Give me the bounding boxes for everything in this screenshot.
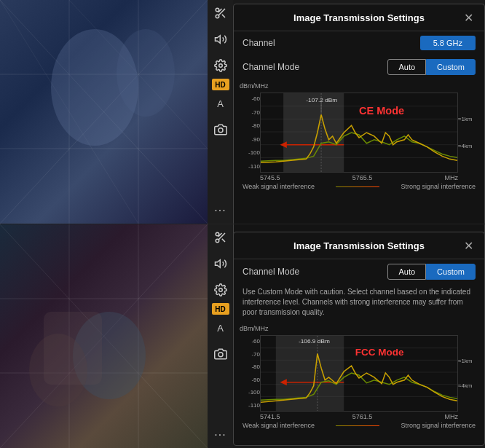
- y-tick-bot-4: -90: [240, 377, 260, 383]
- auto-button-top[interactable]: Auto: [387, 59, 426, 75]
- more-icon-bottom[interactable]: ···: [210, 425, 231, 445]
- channel-label: Channel: [242, 38, 275, 48]
- side-toolbar-top: HD A ···: [208, 0, 233, 224]
- svg-text:CE Mode: CE Mode: [359, 106, 404, 117]
- grid-overlay-bottom: [0, 224, 208, 448]
- scissors-icon[interactable]: [210, 3, 231, 23]
- chart-area-bottom: dBm/MHz -60 -70 -80 -90 -100 -110: [234, 322, 484, 433]
- svg-point-40: [216, 239, 219, 243]
- y-tick-bot-1: -60: [240, 338, 260, 345]
- panel-title-bottom: Image Transmission Settings: [257, 240, 461, 251]
- channel-mode-label-bottom: Channel Mode: [242, 267, 299, 277]
- signal-chart-top: CE Mode -107.2 dBm: [260, 93, 458, 173]
- channel-mode-row-bottom: Channel Mode Auto Custom: [234, 259, 484, 284]
- svg-point-16: [218, 64, 222, 68]
- y-tick-bot-6: -110: [240, 402, 260, 409]
- svg-point-11: [216, 15, 219, 18]
- settings-panel-bottom: Image Transmission Settings ✕ Channel Mo…: [233, 232, 485, 446]
- camera-view-top: [0, 0, 208, 224]
- x-label-top-1: 5745.5: [260, 174, 280, 181]
- more-icon-top[interactable]: ···: [210, 200, 231, 221]
- gear-icon-bottom[interactable]: [210, 280, 231, 300]
- channel-row: Channel 5.8 GHz: [234, 31, 484, 55]
- legend-bottom: Weak signal interference Strong signal i…: [240, 420, 478, 431]
- y-tick-top-5: -100: [240, 149, 260, 156]
- x-label-top-2: 5765.5: [352, 174, 373, 181]
- legend-strong-bottom: Strong signal interference: [401, 422, 476, 429]
- x-unit-bottom: MHz: [445, 413, 459, 420]
- hd-badge[interactable]: HD: [212, 79, 229, 90]
- channel-mode-buttons-top: Auto Custom: [387, 59, 476, 75]
- signal-chart-bottom: FCC Mode -106.9 dBm: [260, 335, 458, 412]
- svg-rect-38: [44, 312, 102, 385]
- y-tick-top-2: -70: [240, 109, 260, 116]
- y-label-top: dBm/MHz: [240, 82, 269, 90]
- font-icon-bottom[interactable]: A: [210, 318, 231, 338]
- grid-overlay-top: [0, 0, 208, 224]
- warning-text: Use Custom Mode with caution. Select cha…: [234, 284, 484, 322]
- panel-header-top: Image Transmission Settings ✕: [234, 4, 484, 31]
- legend-gradient-top: [336, 186, 379, 187]
- svg-point-39: [216, 232, 219, 236]
- range-4km-top: ≈4km: [458, 143, 478, 149]
- range-1km-top: ≈1km: [458, 116, 478, 122]
- y-tick-top-1: -60: [240, 95, 260, 102]
- panel-title-top: Image Transmission Settings: [257, 12, 461, 23]
- gear-icon[interactable]: [210, 55, 231, 76]
- font-icon[interactable]: A: [210, 93, 231, 114]
- speaker-icon[interactable]: [210, 29, 231, 50]
- y-tick-bot-5: -100: [240, 389, 260, 396]
- legend-gradient-bottom: [336, 425, 379, 426]
- svg-point-45: [218, 288, 222, 292]
- legend-strong-top: Strong signal interference: [401, 183, 476, 190]
- x-label-bot-1: 5741.5: [260, 413, 280, 420]
- y-tick-top-6: -110: [240, 163, 260, 170]
- close-button-top[interactable]: ✕: [461, 10, 476, 25]
- close-button-bottom[interactable]: ✕: [461, 238, 476, 253]
- range-4km-bottom: ≈4km: [458, 382, 478, 389]
- channel-mode-row-top: Channel Mode Auto Custom: [234, 55, 484, 79]
- x-label-bot-2: 5761.5: [352, 413, 373, 420]
- svg-point-10: [216, 8, 219, 12]
- channel-mode-buttons-bottom: Auto Custom: [387, 264, 476, 280]
- svg-text:-106.9 dBm: -106.9 dBm: [299, 338, 330, 345]
- legend-weak-bottom: Weak signal interference: [242, 422, 315, 429]
- custom-button-top[interactable]: Custom: [426, 59, 476, 75]
- svg-point-46: [218, 353, 223, 357]
- legend-top: Weak signal interference Strong signal i…: [240, 181, 478, 192]
- range-1km-bottom: ≈1km: [458, 358, 478, 364]
- speaker-icon-bottom[interactable]: [210, 254, 231, 274]
- channel-value: 5.8 GHz: [420, 36, 476, 50]
- camera-icon-bottom[interactable]: [210, 344, 231, 364]
- svg-text:-107.2 dBm: -107.2 dBm: [306, 97, 337, 103]
- y-tick-bot-3: -80: [240, 363, 260, 370]
- svg-text:FCC Mode: FCC Mode: [355, 347, 404, 358]
- side-toolbar-bottom: HD A ···: [208, 224, 233, 448]
- hd-badge-bottom[interactable]: HD: [212, 303, 229, 315]
- y-label-bottom: dBm/MHz: [240, 325, 269, 332]
- custom-button-bottom[interactable]: Custom: [426, 264, 476, 280]
- camera-view-bottom: [0, 224, 208, 448]
- svg-marker-44: [215, 260, 220, 268]
- scissors-icon-bottom[interactable]: [210, 227, 231, 248]
- y-tick-top-3: -80: [240, 122, 260, 129]
- svg-marker-15: [215, 36, 220, 44]
- svg-line-13: [221, 15, 224, 17]
- panel-header-bottom: Image Transmission Settings ✕: [234, 232, 484, 259]
- channel-mode-label-top: Channel Mode: [242, 62, 299, 72]
- y-tick-bot-2: -70: [240, 351, 260, 358]
- x-unit-top: MHz: [445, 174, 459, 181]
- svg-point-9: [117, 29, 175, 117]
- y-tick-top-4: -90: [240, 136, 260, 143]
- svg-line-42: [221, 239, 224, 242]
- chart-area-top: dBm/MHz -60 -70 -80 -90 -100 -110: [234, 79, 484, 194]
- legend-weak-top: Weak signal interference: [242, 183, 315, 190]
- camera-icon[interactable]: [210, 119, 231, 140]
- auto-button-bottom[interactable]: Auto: [387, 264, 426, 280]
- svg-point-17: [218, 128, 223, 133]
